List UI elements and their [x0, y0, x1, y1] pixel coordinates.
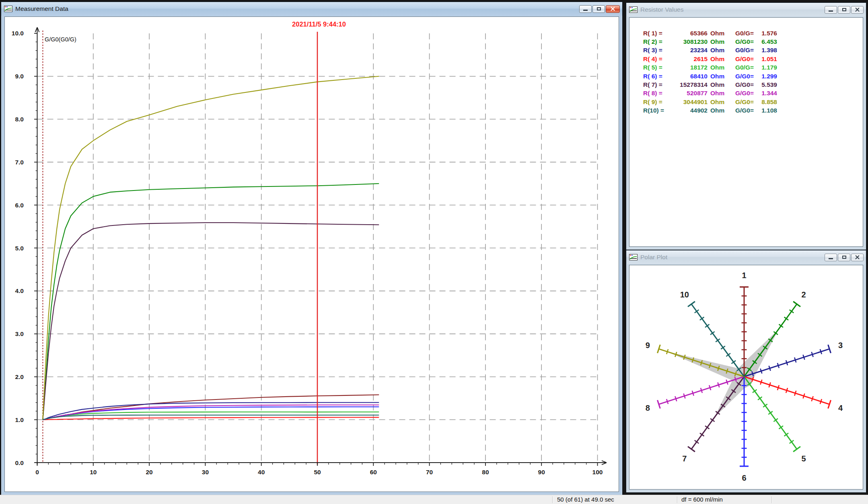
x-tick-label: 20 [146, 469, 152, 475]
polar-axis-label: 3 [838, 341, 843, 350]
resistance-unit: Ohm [708, 81, 730, 88]
resistor-title-bar[interactable]: Resistor Values [626, 3, 866, 16]
y-tick-label: 4.0 [15, 287, 24, 294]
polar-axis-2: 2 [744, 290, 806, 377]
status-divider [552, 496, 553, 503]
resistor-row: R(10) =44902OhmG/G0=1.108 [643, 107, 863, 115]
y-tick-label: 10.0 [12, 30, 24, 37]
x-tick-label: 100 [592, 469, 603, 475]
resistance-value: 3044901 [670, 98, 708, 106]
ratio-label: G/G0= [730, 107, 754, 114]
resistance-unit: Ohm [708, 55, 730, 63]
ratio-value: 8.858 [754, 98, 777, 106]
close-button[interactable] [851, 254, 864, 261]
resistor-label: R( 9) = [643, 98, 670, 106]
y-tick-label: 6.0 [15, 202, 24, 209]
ratio-value: 1.179 [754, 64, 777, 71]
resistor-row: R( 7) =15278314OhmG/G0=5.539 [643, 80, 863, 89]
minimize-button[interactable] [579, 5, 592, 13]
polar-axis-4: 4 [744, 377, 843, 412]
maximize-button[interactable] [838, 6, 850, 14]
resistor-label: R( 3) = [643, 47, 670, 54]
resistor-label: R( 2) = [643, 38, 670, 45]
polar-axis-5: 5 [744, 377, 806, 463]
polar-axis-tick [793, 301, 800, 307]
ratio-label: G/G0= [730, 90, 754, 97]
resistor-values-window: Resistor Values R( 1) =65366OhmG0/G=1.57… [626, 2, 866, 250]
app-icon [629, 6, 638, 13]
desktop: { "measurement_window": { "title": "Meas… [0, 0, 868, 504]
x-tick-label: 40 [258, 469, 265, 475]
resistor-row: R( 6) =68410OhmG/G0=1.299 [643, 72, 863, 80]
maximize-button[interactable] [838, 254, 850, 261]
x-tick-label: 50 [314, 469, 321, 475]
resistance-unit: Ohm [708, 98, 730, 106]
resistance-unit: Ohm [708, 38, 730, 45]
resistor-row: R( 9) =3044901OhmG/G0=8.858 [643, 98, 863, 106]
maximize-button[interactable] [592, 5, 605, 13]
resistor-label: R( 7) = [643, 81, 670, 88]
ratio-value: 1.108 [754, 107, 777, 114]
ratio-value: 1.299 [754, 73, 777, 80]
status-bar: 50 (of 61) at 49.0 sec df = 600 ml/min [0, 495, 868, 504]
y-tick-label: 5.0 [15, 245, 24, 252]
resistance-value: 520877 [670, 90, 708, 97]
close-button[interactable] [606, 5, 620, 13]
measurement-title-bar[interactable]: Measurement Data [1, 2, 622, 16]
close-icon [855, 8, 860, 12]
measurement-data-window: Measurement Data 0.01.02.03.04.05.06.07.… [1, 2, 623, 496]
resistor-label: R( 1) = [643, 30, 670, 37]
minimize-button[interactable] [825, 254, 837, 261]
measurement-chart[interactable]: 0.01.02.03.04.05.06.07.08.09.010.0010203… [5, 17, 619, 492]
resistor-values-area: R( 1) =65366OhmG0/G=1.576R( 2) =3081230O… [629, 17, 863, 247]
resistance-value: 68410 [670, 73, 708, 80]
status-divider [677, 496, 677, 503]
y-axis-title: G/G0(G0/G) [45, 36, 76, 43]
polar-axis-label: 10 [680, 290, 689, 299]
resistor-row: R( 2) =3081230OhmG/G0=6.453 [643, 37, 863, 46]
y-tick-label: 9.0 [15, 73, 24, 80]
status-divider [771, 496, 772, 503]
ratio-label: G/G0= [730, 73, 754, 80]
x-tick-label: 80 [482, 469, 489, 475]
polar-axis-6: 6 [740, 377, 749, 482]
y-tick-label: 7.0 [15, 159, 24, 166]
close-icon [855, 255, 860, 260]
measurement-chart-area: 0.01.02.03.04.05.06.07.08.09.010.0010203… [4, 16, 619, 492]
polar-axis-label: 9 [646, 341, 650, 350]
maximize-icon [842, 256, 846, 259]
y-tick-label: 3.0 [15, 330, 24, 337]
polar-axis-label: 5 [802, 454, 806, 463]
y-tick-label: 2.0 [15, 373, 24, 380]
x-tick-label: 10 [90, 469, 97, 475]
ratio-value: 1.398 [754, 47, 777, 54]
ratio-value: 1.576 [754, 30, 777, 37]
minimize-icon [829, 258, 833, 259]
minimize-icon [829, 10, 833, 12]
polar-axis-label: 6 [742, 473, 746, 482]
polar-title-bar[interactable]: Polar Plot [626, 250, 866, 264]
resistor-row: R( 8) =520877OhmG/G0=1.344 [643, 89, 863, 98]
resistor-label: R( 4) = [643, 55, 670, 63]
polar-axis-tick [688, 447, 695, 452]
ratio-label: G0/G= [730, 47, 754, 54]
minimize-button[interactable] [825, 6, 837, 14]
resistance-value: 18172 [670, 64, 708, 71]
status-flow-info: df = 600 ml/min [681, 495, 723, 504]
ratio-label: G0/G= [730, 30, 754, 37]
resistance-unit: Ohm [708, 47, 730, 54]
polar-axis-tick [688, 301, 695, 307]
polar-axis-label: 8 [646, 404, 650, 412]
resistor-list: R( 1) =65366OhmG0/G=1.576R( 2) =3081230O… [629, 18, 863, 115]
resistor-label: R( 6) = [643, 73, 670, 80]
resistance-unit: Ohm [708, 90, 730, 97]
close-button[interactable] [851, 6, 864, 14]
app-icon [4, 6, 12, 12]
resistor-label: R( 8) = [643, 90, 670, 97]
resistance-unit: Ohm [708, 30, 730, 37]
polar-axis-7: 7 [682, 377, 744, 463]
ratio-label: G/G0= [730, 55, 754, 63]
resistance-value: 15278314 [670, 81, 708, 88]
x-tick-label: 0 [35, 469, 39, 475]
polar-axis-label: 7 [682, 454, 687, 463]
